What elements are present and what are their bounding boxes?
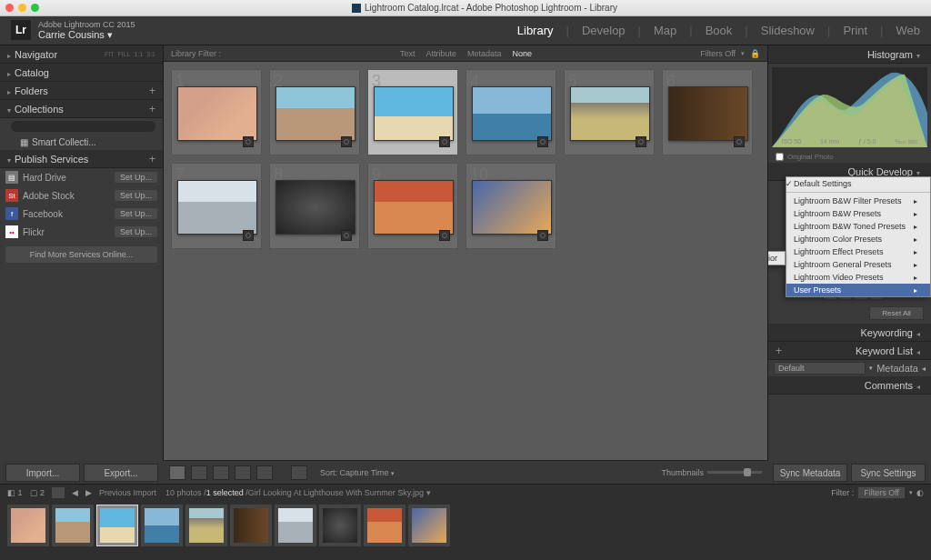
filters-off-dropdown[interactable]: Filters Off xyxy=(700,49,736,58)
filter-attribute[interactable]: Attribute xyxy=(426,49,457,58)
publish-flickr[interactable]: ••FlickrSet Up... xyxy=(0,223,163,241)
grid-view-button[interactable] xyxy=(169,465,185,480)
preset-group[interactable]: Lightroom Effect Presets xyxy=(786,245,930,258)
loupe-view-button[interactable] xyxy=(191,465,207,480)
add-publish-icon[interactable]: + xyxy=(149,153,155,165)
publish-harddrive[interactable]: ▤Hard DriveSet Up... xyxy=(0,168,163,186)
filmstrip-thumb[interactable] xyxy=(7,505,49,546)
folders-section[interactable]: Folders+ xyxy=(0,82,163,100)
app-icon xyxy=(352,4,361,13)
setup-button[interactable]: Set Up... xyxy=(115,208,157,219)
grid-cell[interactable]: 4 xyxy=(466,69,556,155)
secondary-display-toggle-2[interactable]: ▢ 2 xyxy=(30,488,45,497)
people-view-button[interactable] xyxy=(256,465,273,480)
grid-cell-selected[interactable]: 3 xyxy=(367,69,458,155)
module-book[interactable]: Book xyxy=(706,24,733,37)
filmstrip-thumb[interactable] xyxy=(408,505,450,546)
survey-view-button[interactable] xyxy=(235,465,251,480)
publish-section[interactable]: Publish Services+ xyxy=(0,150,163,168)
preset-dropdown-menu: Default Settings Lightroom B&W Filter Pr… xyxy=(786,176,931,297)
badge-icon xyxy=(439,230,450,241)
comments-section[interactable]: Comments xyxy=(768,376,931,395)
preset-default[interactable]: Default Settings xyxy=(786,177,930,190)
grid-cell[interactable]: 1 xyxy=(171,69,262,155)
right-panel: Histogram ISO 50 14 mm ƒ / 5.0 ¹⁄₂₀₀ sec… xyxy=(767,45,931,484)
badge-icon xyxy=(243,230,254,241)
metadata-preset-dropdown[interactable]: Default xyxy=(774,362,866,375)
maximize-window-button[interactable] xyxy=(31,4,39,12)
import-button[interactable]: Import... xyxy=(5,464,80,482)
setup-button[interactable]: Set Up... xyxy=(115,172,157,183)
painter-button[interactable] xyxy=(291,465,307,480)
add-collection-icon[interactable]: + xyxy=(149,103,155,115)
keyword-list-section[interactable]: +Keyword List xyxy=(768,342,931,360)
forward-arrow-icon[interactable]: ▶ xyxy=(85,488,92,497)
histogram-section[interactable]: Histogram xyxy=(768,45,931,64)
catalog-section[interactable]: Catalog xyxy=(0,64,163,82)
grid-cell[interactable]: 2 xyxy=(269,69,360,155)
sort-dropdown[interactable]: Capture Time xyxy=(340,468,389,477)
setup-button[interactable]: Set Up... xyxy=(115,190,157,201)
histogram-display: ISO 50 14 mm ƒ / 5.0 ¹⁄₂₀₀ sec xyxy=(772,67,927,147)
module-web[interactable]: Web xyxy=(896,24,921,37)
filmstrip-thumb[interactable] xyxy=(185,505,227,546)
filmstrip-filter-dropdown[interactable]: Filters Off xyxy=(857,486,906,499)
module-print[interactable]: Print xyxy=(843,24,867,37)
publish-facebook[interactable]: fFacebookSet Up... xyxy=(0,205,163,223)
lightroom-logo: Lr xyxy=(11,20,31,40)
back-arrow-icon[interactable]: ◀ xyxy=(72,488,78,497)
grid-cell[interactable]: 10 xyxy=(466,163,556,249)
add-folder-icon[interactable]: + xyxy=(149,85,155,97)
lock-icon[interactable]: 🔒 xyxy=(750,49,760,58)
grid-cell[interactable]: 8 xyxy=(269,163,360,249)
preset-group[interactable]: Lightroom B&W Presets xyxy=(786,207,930,220)
original-photo-checkbox[interactable] xyxy=(776,153,784,161)
find-more-services-button[interactable]: Find More Services Online... xyxy=(5,246,157,263)
navigator-section[interactable]: Navigator FITFILL1:13:1 xyxy=(0,45,163,64)
collections-section[interactable]: Collections+ xyxy=(0,100,163,118)
filter-metadata[interactable]: Metadata xyxy=(467,49,502,58)
filmstrip-path[interactable]: Previous Import 10 photos /1 selected /G… xyxy=(99,488,431,497)
thumbnail-size-slider[interactable] xyxy=(707,471,762,474)
collections-filter[interactable] xyxy=(0,118,163,135)
filter-none[interactable]: None xyxy=(513,49,533,58)
preset-group[interactable]: Lightroom B&W Filter Presets xyxy=(786,195,930,207)
close-window-button[interactable] xyxy=(5,4,14,12)
module-slideshow[interactable]: Slideshow xyxy=(761,24,815,37)
badge-icon xyxy=(734,136,745,147)
filmstrip-thumb-selected[interactable] xyxy=(96,505,138,546)
reset-all-button[interactable]: Reset All xyxy=(869,306,924,320)
filter-switch-icon[interactable]: ◐ xyxy=(916,488,924,497)
grid-cell[interactable]: 5 xyxy=(564,69,655,155)
keywording-section[interactable]: Keywording xyxy=(768,324,931,342)
preset-group[interactable]: Lightroom Video Presets xyxy=(786,271,930,284)
preset-submenu-item[interactable]: Dark Snow Exterior xyxy=(767,251,786,265)
filmstrip-thumb[interactable] xyxy=(141,505,183,546)
preset-group[interactable]: Lightroom General Presets xyxy=(786,258,930,271)
preset-group[interactable]: Lightroom Color Presets xyxy=(786,233,930,245)
minimize-window-button[interactable] xyxy=(18,4,26,12)
module-library[interactable]: Library xyxy=(517,24,554,37)
filmstrip-thumb[interactable] xyxy=(319,505,361,546)
filmstrip-thumb[interactable] xyxy=(364,505,405,546)
module-develop[interactable]: Develop xyxy=(582,24,626,37)
module-map[interactable]: Map xyxy=(654,24,676,37)
grid-cell[interactable]: 7 xyxy=(171,163,262,249)
export-button[interactable]: Export... xyxy=(84,464,158,482)
filmstrip-thumb[interactable] xyxy=(275,505,316,546)
grid-cell[interactable]: 9 xyxy=(367,163,458,249)
sync-metadata-button[interactable]: Sync Metadata xyxy=(773,464,847,482)
preset-group-user[interactable]: User Presets xyxy=(786,284,930,296)
secondary-display-toggle[interactable]: ◧ 1 xyxy=(7,488,23,497)
filmstrip-thumb[interactable] xyxy=(52,505,94,546)
setup-button[interactable]: Set Up... xyxy=(115,226,157,237)
preset-group[interactable]: Lightroom B&W Toned Presets xyxy=(786,220,930,233)
fs-grid-icon[interactable] xyxy=(52,487,65,498)
smart-collections-item[interactable]: ▦Smart Collecti... xyxy=(0,135,163,150)
filmstrip-thumb[interactable] xyxy=(230,505,272,546)
grid-cell[interactable]: 6 xyxy=(662,69,753,155)
publish-adobestock[interactable]: StAdobe StockSet Up... xyxy=(0,186,163,205)
sync-settings-button[interactable]: Sync Settings xyxy=(851,464,926,482)
compare-view-button[interactable] xyxy=(213,465,229,480)
filter-text[interactable]: Text xyxy=(400,49,415,58)
